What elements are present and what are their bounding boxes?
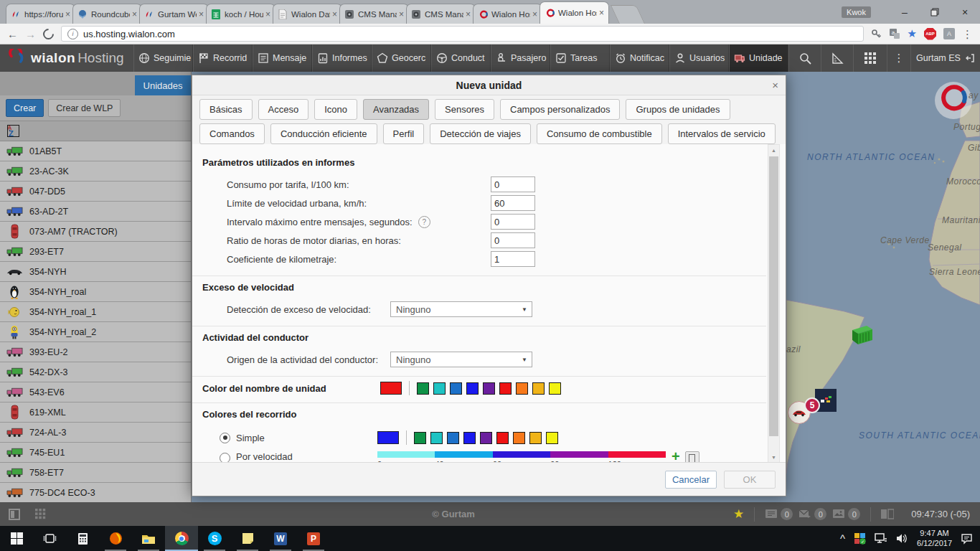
- unit-marker-container[interactable]: [849, 324, 874, 349]
- tab-close-icon[interactable]: ×: [399, 9, 404, 19]
- search-button[interactable]: [788, 44, 821, 72]
- nav-item-mensaje[interactable]: Mensaje: [253, 44, 312, 72]
- nav-more-button[interactable]: ⋮: [887, 44, 910, 72]
- dialog-close-icon[interactable]: ×: [772, 79, 778, 91]
- defender-icon[interactable]: ✓: [854, 532, 866, 545]
- dialog-tab-consumo-de-combustible[interactable]: Consumo de combustible: [537, 123, 662, 144]
- url-box[interactable]: i us.hosting.wialon.com: [61, 26, 864, 42]
- color-swatch[interactable]: [480, 432, 492, 444]
- tab-close-icon[interactable]: ×: [265, 9, 270, 19]
- tab-close-icon[interactable]: ×: [65, 9, 70, 19]
- selected-color-swatch[interactable]: [380, 382, 402, 395]
- param-input[interactable]: [491, 232, 535, 248]
- mail-counter[interactable]: 0: [798, 508, 826, 520]
- dialog-tab-perfil[interactable]: Perfil: [383, 123, 425, 144]
- color-swatch[interactable]: [549, 382, 561, 395]
- dialog-tab-avanzadas[interactable]: Avanzadas: [363, 99, 429, 120]
- color-swatch[interactable]: [414, 432, 426, 444]
- unit-row[interactable]: 543-EV6: [0, 382, 191, 402]
- volume-icon[interactable]: [896, 533, 908, 544]
- dialog-tab-básicas[interactable]: Básicas: [199, 99, 253, 120]
- unit-row[interactable]: 23-AC-3K: [0, 161, 191, 182]
- apps-grid-button[interactable]: [853, 44, 887, 72]
- color-swatch[interactable]: [496, 432, 509, 444]
- unit-row[interactable]: 354-NYH_roal: [0, 282, 191, 302]
- unit-row[interactable]: 758-ET7: [0, 463, 191, 483]
- param-input[interactable]: [491, 195, 535, 211]
- unit-row[interactable]: 293-ET7: [0, 242, 191, 262]
- param-input[interactable]: [491, 214, 535, 230]
- color-swatch[interactable]: [483, 382, 495, 395]
- favorites-star-icon[interactable]: ★: [733, 507, 744, 522]
- sort-az-icon[interactable]: A ↓ Z: [7, 125, 20, 138]
- unit-row[interactable]: 354-NYH_roal_1: [0, 302, 191, 322]
- tab-close-icon[interactable]: ×: [599, 8, 604, 18]
- ruler-tools-button[interactable]: [821, 44, 853, 72]
- nav-item-seguimie[interactable]: Seguimie: [133, 44, 193, 72]
- page-info-icon[interactable]: i: [67, 29, 78, 39]
- color-swatch[interactable]: [466, 382, 479, 395]
- param-input[interactable]: [491, 251, 535, 267]
- tray-chevron-icon[interactable]: ^: [840, 532, 845, 545]
- browser-tab[interactable]: Wialon Dat×: [273, 4, 342, 24]
- action-center-icon[interactable]: [961, 533, 973, 545]
- unit-row[interactable]: 073-AM7 (TRACTOR): [0, 222, 191, 242]
- image-counter[interactable]: 0: [832, 508, 860, 520]
- browser-tab[interactable]: CMS Mana×: [406, 4, 476, 24]
- scrollbar-thumb[interactable]: [769, 156, 778, 436]
- adblock-icon[interactable]: ABP: [924, 28, 936, 40]
- dialog-tab-sensores[interactable]: Sensores: [435, 99, 494, 120]
- taskbar-word-button[interactable]: W: [264, 526, 297, 551]
- tab-close-icon[interactable]: ×: [466, 9, 471, 19]
- color-swatch[interactable]: [463, 432, 476, 444]
- color-swatch[interactable]: [450, 382, 462, 395]
- unit-row[interactable]: 354-NYH: [0, 262, 191, 282]
- taskbar-skype-button[interactable]: S: [198, 526, 231, 551]
- unit-row[interactable]: 63-AD-2T: [0, 202, 191, 222]
- speeding-select[interactable]: Ninguno ▼: [390, 301, 532, 317]
- dialog-tab-comandos[interactable]: Comandos: [199, 123, 265, 144]
- unit-row[interactable]: 745-EU1: [0, 443, 191, 463]
- param-input[interactable]: [491, 176, 535, 192]
- bottom-panel-icon[interactable]: [9, 509, 23, 520]
- taskbar-chrome-button[interactable]: [165, 526, 198, 551]
- taskbar-taskview-button[interactable]: [33, 526, 66, 551]
- selected-color-swatch[interactable]: [377, 431, 399, 444]
- nav-item-geocerc[interactable]: Geocerc: [372, 44, 431, 72]
- cancel-button[interactable]: Cancelar: [665, 471, 717, 489]
- browser-tab[interactable]: Roundcube×: [72, 4, 142, 24]
- color-swatch[interactable]: [513, 432, 525, 444]
- color-swatch[interactable]: [417, 382, 429, 395]
- color-swatch[interactable]: [529, 432, 542, 444]
- dialog-tab-grupos-de-unidades[interactable]: Grupos de unidades: [626, 99, 730, 120]
- unit-row[interactable]: 354-NYH_roal_2: [0, 322, 191, 342]
- nav-item-usuarios[interactable]: Usuarios: [669, 44, 729, 72]
- back-button[interactable]: ←: [7, 29, 18, 39]
- browser-tab[interactable]: CMS Mana×: [339, 4, 409, 24]
- taskbar-explorer-button[interactable]: [132, 526, 165, 551]
- tab-close-icon[interactable]: ×: [199, 9, 204, 19]
- dashboard-grid-icon[interactable]: [34, 509, 47, 520]
- taskbar-powerpoint-button[interactable]: P: [297, 526, 330, 551]
- window-minimize-button[interactable]: –: [890, 0, 920, 24]
- browser-tab[interactable]: koch / Hou×: [206, 4, 275, 24]
- new-tab-button[interactable]: [611, 5, 645, 24]
- tab-close-icon[interactable]: ×: [332, 9, 337, 19]
- scroll-down-icon[interactable]: ▼: [768, 452, 779, 463]
- taskbar-sticky-button[interactable]: [231, 526, 264, 551]
- monitor-counter[interactable]: 0: [765, 508, 793, 520]
- radio-simple[interactable]: [220, 433, 230, 443]
- window-close-button[interactable]: ×: [950, 0, 980, 24]
- browser-tab[interactable]: Wialon Hos×: [473, 4, 542, 24]
- cluster-badge[interactable]: 5: [804, 397, 820, 413]
- ok-button[interactable]: OK: [724, 471, 776, 489]
- unit-row[interactable]: 047-DD5: [0, 182, 191, 202]
- tab-close-icon[interactable]: ×: [132, 9, 137, 19]
- color-swatch[interactable]: [499, 382, 512, 395]
- create-button[interactable]: Crear: [6, 99, 44, 117]
- nav-item-recorrid[interactable]: Recorrid: [193, 44, 253, 72]
- unit-row[interactable]: 01AB5T: [0, 141, 191, 161]
- color-swatch[interactable]: [532, 382, 545, 395]
- color-swatch[interactable]: [546, 432, 558, 444]
- pdf-extension-icon[interactable]: A: [943, 28, 955, 39]
